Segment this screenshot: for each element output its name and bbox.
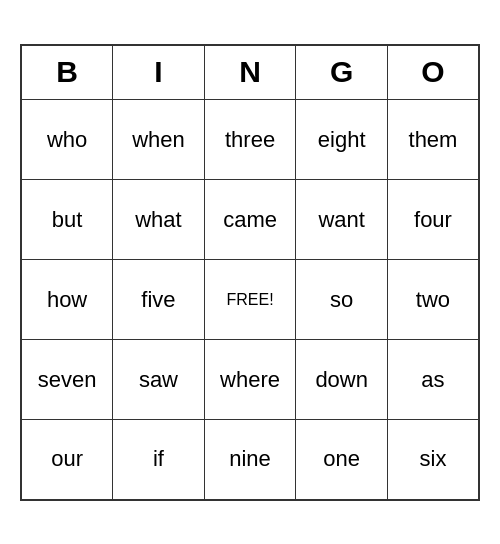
- bingo-cell-r3-c2: where: [204, 340, 296, 420]
- bingo-cell-r1-c1: what: [113, 180, 205, 260]
- bingo-cell-r3-c3: down: [296, 340, 388, 420]
- header-letter-g: G: [296, 45, 388, 100]
- bingo-cell-r3-c1: saw: [113, 340, 205, 420]
- bingo-cell-r1-c0: but: [21, 180, 113, 260]
- bingo-cell-r4-c0: our: [21, 420, 113, 500]
- bingo-row-3: sevensawwheredownas: [21, 340, 479, 420]
- bingo-row-2: howfiveFREE!sotwo: [21, 260, 479, 340]
- header-letter-b: B: [21, 45, 113, 100]
- bingo-cell-r4-c4: six: [387, 420, 479, 500]
- bingo-cell-r2-c4: two: [387, 260, 479, 340]
- bingo-cell-r2-c3: so: [296, 260, 388, 340]
- bingo-cell-r0-c4: them: [387, 100, 479, 180]
- bingo-cell-r1-c3: want: [296, 180, 388, 260]
- bingo-cell-r1-c4: four: [387, 180, 479, 260]
- bingo-cell-r2-c0: how: [21, 260, 113, 340]
- bingo-cell-r3-c4: as: [387, 340, 479, 420]
- bingo-row-0: whowhenthreeeightthem: [21, 100, 479, 180]
- header-letter-n: N: [204, 45, 296, 100]
- bingo-cell-r2-c1: five: [113, 260, 205, 340]
- bingo-cell-r0-c2: three: [204, 100, 296, 180]
- bingo-cell-r3-c0: seven: [21, 340, 113, 420]
- bingo-row-1: butwhatcamewantfour: [21, 180, 479, 260]
- bingo-cell-r4-c1: if: [113, 420, 205, 500]
- header-row: BINGO: [21, 45, 479, 100]
- bingo-cell-r4-c3: one: [296, 420, 388, 500]
- bingo-cell-r4-c2: nine: [204, 420, 296, 500]
- bingo-cell-r0-c0: who: [21, 100, 113, 180]
- header-letter-o: O: [387, 45, 479, 100]
- bingo-cell-r1-c2: came: [204, 180, 296, 260]
- bingo-cell-r2-c2: FREE!: [204, 260, 296, 340]
- bingo-cell-r0-c1: when: [113, 100, 205, 180]
- header-letter-i: I: [113, 45, 205, 100]
- bingo-row-4: ourifnineonesix: [21, 420, 479, 500]
- bingo-card: BINGO whowhenthreeeightthembutwhatcamewa…: [20, 44, 480, 501]
- bingo-cell-r0-c3: eight: [296, 100, 388, 180]
